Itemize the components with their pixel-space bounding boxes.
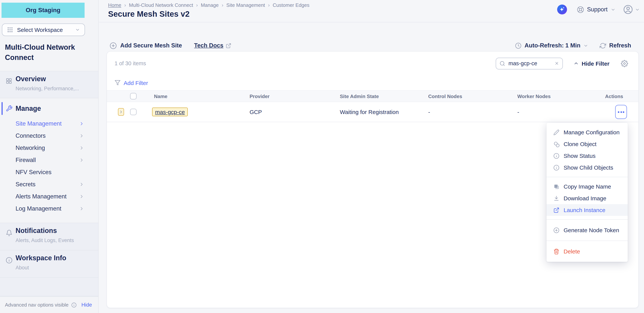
sidebar-item-label: Notifications <box>16 227 57 235</box>
column-header-provider: Provider <box>250 93 270 99</box>
sidebar-item-workspace-info[interactable]: Workspace Info About <box>0 250 98 278</box>
support-menu[interactable]: Support <box>577 6 616 13</box>
menu-item-launch-instance[interactable]: Launch Instance <box>546 204 628 216</box>
sidebar-item-manage[interactable]: Manage <box>0 102 98 115</box>
add-secure-mesh-site-button[interactable]: Add Secure Mesh Site <box>110 42 182 49</box>
sidebar-item-label: Manage <box>16 105 41 113</box>
ai-assistant-button[interactable] <box>557 4 567 14</box>
toolbar-right: Auto-Refresh: 1 Min Refresh <box>515 42 631 49</box>
refresh-button[interactable]: Refresh <box>600 42 631 49</box>
breadcrumb-manage[interactable]: Manage <box>196 2 219 8</box>
breadcrumb-mcn-connect[interactable]: Multi-Cloud Network Connect <box>124 2 193 8</box>
row-provider: GCP <box>250 109 262 115</box>
tech-docs-link[interactable]: Tech Docs <box>194 42 232 49</box>
overview-grid-icon <box>6 78 12 84</box>
sidebar-item-subtitle: About <box>16 265 29 270</box>
sidebar-item-subtitle: Networking, Performance,... <box>16 86 79 92</box>
sidebar-item-alerts-management[interactable]: Alerts Management <box>0 190 98 202</box>
manage-subnav: Site Management Connectors Networking Fi… <box>0 118 98 215</box>
menu-group: Copy Image Name Download Image Launch In… <box>546 177 628 219</box>
menu-item-copy-image-name[interactable]: Copy Image Name <box>546 180 628 192</box>
workspace-selector[interactable]: Select Workspace <box>2 24 85 36</box>
page-toolbar: Add Secure Mesh Site Tech Docs Auto-Refr… <box>110 39 631 52</box>
sidebar-item-overview[interactable]: Overview Networking, Performance,... <box>0 71 98 98</box>
select-all-checkbox[interactable] <box>130 93 136 100</box>
menu-item-show-status[interactable]: Show Status <box>546 150 628 162</box>
breadcrumb-customer-edges: Customer Edges <box>268 2 309 8</box>
sidebar-item-connectors[interactable]: Connectors <box>0 130 98 142</box>
main-header: Home Multi-Cloud Network Connect Manage … <box>99 0 644 22</box>
menu-item-manage-configuration[interactable]: Manage Configuration <box>546 126 628 138</box>
row-worker-nodes: - <box>517 109 519 115</box>
avatar <box>623 4 633 14</box>
chevron-up-icon <box>573 61 578 66</box>
row-actions-button[interactable] <box>615 105 627 119</box>
user-menu[interactable] <box>623 4 640 14</box>
hide-advanced-nav-link[interactable]: Hide <box>81 302 92 308</box>
hide-filter-toggle[interactable]: Hide Filter <box>573 60 610 66</box>
search-box <box>496 58 563 69</box>
menu-item-clone-object[interactable]: Clone Object <box>546 138 628 150</box>
menu-group: Manage Configuration Clone Object Show S… <box>546 123 628 177</box>
menu-item-download-image[interactable]: Download Image <box>546 192 628 204</box>
chevron-down-icon <box>610 7 616 12</box>
breadcrumb-home[interactable]: Home <box>108 2 121 8</box>
menu-item-generate-node-token[interactable]: Generate Node Token <box>546 224 628 236</box>
org-banner: Org Staging <box>2 3 84 18</box>
chevron-right-icon <box>79 182 84 187</box>
menu-item-show-child-objects[interactable]: Show Child Objects <box>546 162 628 174</box>
row-site-admin-state: Waiting for Registration <box>340 109 399 115</box>
column-header-site-admin-state: Site Admin State <box>340 93 379 99</box>
auto-refresh-dropdown[interactable]: Auto-Refresh: 1 Min <box>515 42 588 49</box>
row-checkbox[interactable] <box>130 109 136 115</box>
column-header-control-nodes: Control Nodes <box>428 93 462 99</box>
sidebar-item-site-management[interactable]: Site Management <box>0 118 98 130</box>
sidebar-item-label: Workspace Info <box>16 254 66 262</box>
add-filter-button[interactable]: Add Filter <box>114 76 148 89</box>
chevron-down-icon <box>584 43 588 48</box>
sidebar-footer: Advanced nav options visible Hide <box>0 296 98 313</box>
chevron-right-icon <box>79 194 84 199</box>
sidebar-item-nfv-services[interactable]: NFV Services <box>0 166 98 178</box>
row-actions-menu: Manage Configuration Clone Object Show S… <box>546 123 628 262</box>
info-icon[interactable] <box>71 302 76 308</box>
external-link-icon <box>553 207 560 213</box>
org-banner-label: Org Staging <box>26 7 60 14</box>
table-filter-bar: 1 of 30 items <box>107 52 638 75</box>
advanced-nav-label: Advanced nav options visible <box>5 302 68 308</box>
sidebar-item-networking[interactable]: Networking <box>0 142 98 154</box>
bell-icon <box>6 230 12 236</box>
sidebar-item-label: Overview <box>16 75 46 83</box>
external-link-icon <box>226 43 231 48</box>
chevron-right-icon <box>79 158 84 162</box>
page-title: Secure Mesh Sites v2 <box>108 10 190 18</box>
column-header-actions: Actions <box>605 93 623 99</box>
sidebar-spacer <box>0 278 98 296</box>
app-viewport: Org Staging Select Workspace Multi-Cloud… <box>0 0 644 313</box>
chevron-down-icon <box>635 7 640 12</box>
wrench-icon <box>6 105 12 112</box>
support-label: Support <box>587 6 608 13</box>
search-icon <box>499 60 505 66</box>
table-row: mas-gcp-ce GCP Waiting for Registration … <box>107 102 638 122</box>
gear-icon[interactable] <box>621 60 628 67</box>
pencil-icon <box>553 129 560 135</box>
row-expander[interactable] <box>118 108 124 116</box>
column-header-worker-nodes: Worker Nodes <box>517 93 551 99</box>
chevron-right-icon <box>79 134 84 138</box>
sidebar-item-secrets[interactable]: Secrets <box>0 178 98 190</box>
menu-item-delete[interactable]: Delete <box>546 246 628 257</box>
sidebar-item-log-management[interactable]: Log Management <box>0 202 98 215</box>
search-input[interactable] <box>508 60 552 67</box>
breadcrumb-site-management[interactable]: Site Management <box>222 2 265 8</box>
sidebar-item-firewall[interactable]: Firewall <box>0 154 98 166</box>
topbar-actions: Support <box>557 4 640 14</box>
row-name-link[interactable]: mas-gcp-ce <box>152 108 188 116</box>
sidebar-item-notifications[interactable]: Notifications Alerts, Audit Logs, Events <box>0 223 98 250</box>
clear-search-icon[interactable] <box>554 61 559 66</box>
funnel-icon <box>114 80 120 86</box>
trash-icon <box>553 248 560 254</box>
chevron-right-icon <box>79 122 84 126</box>
breadcrumb: Home Multi-Cloud Network Connect Manage … <box>108 2 310 8</box>
column-header-name: Name <box>154 93 168 99</box>
